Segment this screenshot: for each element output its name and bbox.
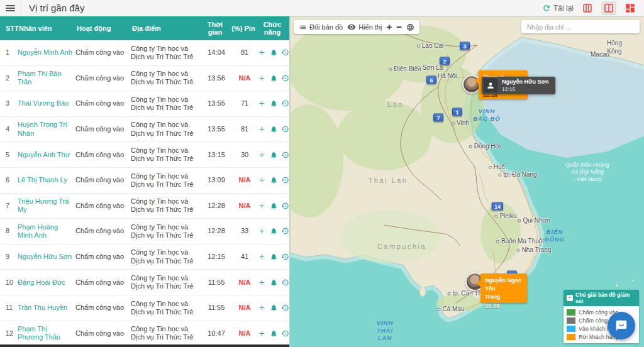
row-activity: Chấm công vào <box>75 202 131 210</box>
cluster-marker[interactable]: 1 <box>452 108 462 116</box>
row-actions <box>258 253 289 261</box>
chat-button[interactable] <box>608 312 635 339</box>
header-employee: Nhân viên <box>18 25 75 32</box>
row-employee-name[interactable]: Triệu Hương Trà My <box>18 197 75 214</box>
grid-view-button[interactable] <box>623 1 638 15</box>
split-view-button[interactable] <box>601 1 616 15</box>
row-employee-name[interactable]: Phạm Hoàng Minh Anh <box>18 223 75 240</box>
table-row[interactable]: 1Nguyễn Minh AnhChấm công vàoCông ty Tin… <box>0 40 289 66</box>
row-activity: Chấm công vào <box>75 253 131 261</box>
map-panel[interactable]: Lào CaiĐiện BiênSơn LaHà NộiVinhĐồng Hới… <box>289 16 644 347</box>
row-stt: 3 <box>0 99 18 107</box>
add-icon[interactable] <box>258 278 266 287</box>
marker-popup-south[interactable]: Nguyễn Ngọc Yến Trang 10:08 <box>480 273 527 303</box>
main-content: STT Nhân viên Hoạt động Địa điểm Thời gi… <box>0 16 644 347</box>
add-icon[interactable] <box>258 202 266 210</box>
row-employee-name[interactable]: Trần Thu Huyền <box>18 304 75 312</box>
reload-button[interactable]: Tải lại <box>542 4 574 13</box>
notify-bell-icon[interactable] <box>270 329 278 338</box>
notify-bell-icon[interactable] <box>270 227 278 235</box>
cluster-marker[interactable]: 2 <box>440 57 450 65</box>
legend-swatch <box>567 317 575 324</box>
row-stt: 6 <box>0 176 18 184</box>
notify-bell-icon[interactable] <box>270 304 278 312</box>
add-icon[interactable] <box>258 74 266 82</box>
table-row[interactable]: 5Nguyễn Anh ThưChấm công vàoCông ty Tin … <box>0 142 289 168</box>
row-employee-name[interactable]: Thái Vương Bảo <box>18 99 75 107</box>
cluster-marker[interactable]: 7 <box>433 114 443 122</box>
history-icon[interactable] <box>281 176 289 184</box>
menu-button[interactable] <box>0 0 21 16</box>
table-row[interactable]: 2Phạm Thị Bảo TrânChấm công vàoCông ty T… <box>0 66 289 92</box>
history-icon[interactable] <box>281 253 289 261</box>
notify-bell-icon[interactable] <box>270 176 278 184</box>
cluster-marker[interactable]: 3 <box>460 42 470 50</box>
table-row[interactable]: 9Nguyễn Hữu SơnChấm công vàoCông ty Tin … <box>0 245 289 270</box>
row-time: 12:28 <box>201 227 231 235</box>
change-basemap-button[interactable]: Đổi bản đồ <box>299 23 343 31</box>
history-icon[interactable] <box>281 278 289 287</box>
notify-bell-icon[interactable] <box>270 151 278 159</box>
row-employee-name[interactable]: Đặng Hoài Đức <box>18 278 75 287</box>
add-icon[interactable] <box>258 125 266 133</box>
row-actions <box>258 304 289 312</box>
notify-bell-icon[interactable] <box>270 99 278 107</box>
table-row[interactable]: 12Phạm Thị Phương ThảoChấm công vàoCông … <box>0 321 289 347</box>
add-icon[interactable] <box>258 99 266 107</box>
table-row[interactable]: 4Huỳnh Trọng Trí NhânChấm công vàoCông t… <box>0 117 289 143</box>
table-view-button[interactable] <box>580 1 595 15</box>
address-search-input[interactable] <box>521 20 640 33</box>
map-toolbar: Đổi bản đồ Hiển thị + − <box>294 20 419 34</box>
cluster-marker[interactable]: 6 <box>426 76 436 84</box>
row-location: Công ty Tin học và Dịch vụ Tri Thức Trẻ <box>131 248 201 265</box>
row-stt: 7 <box>0 202 18 210</box>
table-row[interactable]: 7Triệu Hương Trà MyChấm công vàoCông ty … <box>0 194 289 219</box>
table-scrollbar[interactable] <box>0 344 289 347</box>
table-row[interactable]: 11Trần Thu HuyềnChấm công vàoCông ty Tin… <box>0 295 289 321</box>
eye-icon <box>347 23 356 31</box>
row-employee-name[interactable]: Phạm Thị Phương Thảo <box>18 325 75 341</box>
add-icon[interactable] <box>258 253 266 261</box>
add-icon[interactable] <box>258 329 266 338</box>
add-icon[interactable] <box>258 176 266 184</box>
row-actions <box>258 125 289 133</box>
add-icon[interactable] <box>258 48 266 57</box>
add-icon[interactable] <box>258 304 266 312</box>
display-toggle-button[interactable]: Hiển thị <box>347 23 382 31</box>
table-row[interactable]: 8Phạm Hoàng Minh AnhChấm công vàoCông ty… <box>0 219 289 245</box>
notify-bell-icon[interactable] <box>270 202 278 210</box>
add-icon[interactable] <box>258 227 266 235</box>
globe-icon[interactable] <box>406 23 414 31</box>
row-battery: 81 <box>231 125 258 133</box>
history-icon[interactable] <box>281 227 289 235</box>
notify-bell-icon[interactable] <box>270 48 278 57</box>
add-icon[interactable] <box>258 151 266 159</box>
notify-bell-icon[interactable] <box>270 278 278 287</box>
history-icon[interactable] <box>281 99 289 107</box>
history-icon[interactable] <box>281 125 289 133</box>
row-employee-name[interactable]: Nguyễn Minh Anh <box>18 48 75 57</box>
legend-header[interactable]: − Chú giải bản đồ giám sát <box>564 290 639 306</box>
history-icon[interactable] <box>281 48 289 57</box>
row-employee-name[interactable]: Huỳnh Trọng Trí Nhân <box>18 121 75 137</box>
table-row[interactable]: 10Đặng Hoài ĐứcChấm công vàoCông ty Tin … <box>0 270 289 295</box>
history-icon[interactable] <box>281 151 289 159</box>
zoom-out-button[interactable]: − <box>396 21 402 33</box>
row-employee-name[interactable]: Phạm Thị Bảo Trân <box>18 70 75 86</box>
notify-bell-icon[interactable] <box>270 253 278 261</box>
row-employee-name[interactable]: Nguyễn Hữu Sơn <box>18 253 75 261</box>
row-time: 13:55 <box>201 99 231 107</box>
cluster-marker[interactable]: 14 <box>492 202 503 211</box>
table-row[interactable]: 6Lê Thị Thanh LyChấm công vàoCông ty Tin… <box>0 168 289 194</box>
notify-bell-icon[interactable] <box>270 74 278 82</box>
history-icon[interactable] <box>281 329 289 338</box>
history-icon[interactable] <box>281 202 289 210</box>
legend-collapse-icon: − <box>567 295 573 301</box>
history-icon[interactable] <box>281 304 289 312</box>
row-employee-name[interactable]: Lê Thị Thanh Ly <box>18 176 75 184</box>
row-employee-name[interactable]: Nguyễn Anh Thư <box>18 151 75 159</box>
zoom-in-button[interactable]: + <box>387 21 392 33</box>
notify-bell-icon[interactable] <box>270 125 278 133</box>
table-row[interactable]: 3Thái Vương BảoChấm công vàoCông ty Tin … <box>0 91 289 117</box>
history-icon[interactable] <box>281 74 289 82</box>
